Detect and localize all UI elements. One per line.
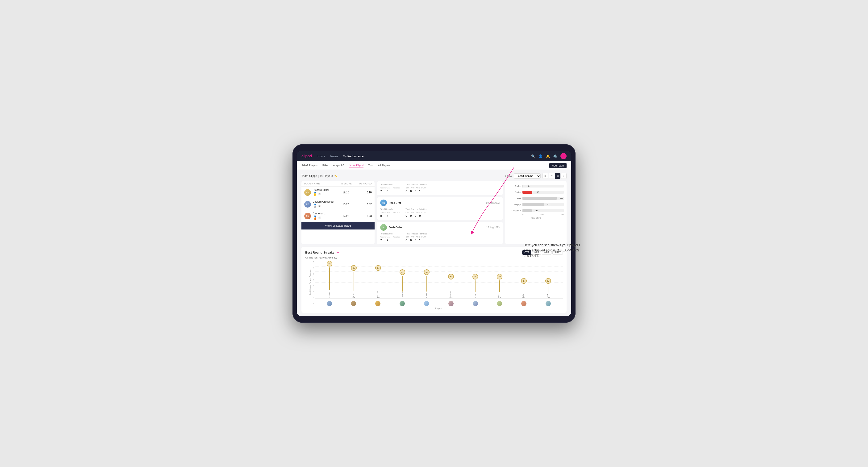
player-avatar: EC [304, 201, 311, 208]
nav-home[interactable]: Home [317, 154, 325, 158]
grid-view-button[interactable]: ⊞ [542, 173, 548, 179]
player-avatar-mcharg [351, 301, 356, 306]
nav-teams[interactable]: Teams [330, 154, 338, 158]
col-player-name: PLAYER NAME [304, 183, 336, 185]
pb-score: 19/20 [336, 191, 355, 194]
list-view-button[interactable]: ☰ [549, 173, 554, 179]
x-label: 0 [522, 214, 523, 216]
player-badge: 🥉 3 [313, 215, 326, 220]
subnav-pgat[interactable]: PGAT Players [302, 164, 318, 167]
edit-icon[interactable]: ✏️ [334, 175, 338, 178]
player-info: EC Edward Crossman 🥈 2 [304, 200, 336, 208]
nav-links: Home Teams My Performance [317, 154, 364, 158]
player-name-label: R. Britt [426, 292, 427, 299]
player-badge: 🥇 1 [313, 192, 329, 196]
streak-line [548, 285, 549, 292]
logo: clippd [302, 154, 312, 158]
leaderboard-header: PLAYER NAME PB SCORE PB AVG SQ [302, 181, 375, 187]
bar-row-bogeys: Bogeys 311 [508, 203, 564, 207]
player-name-label: M. Mailer [498, 293, 501, 299]
bar-label: Birdies [508, 191, 521, 193]
streak-bubble: 3x [521, 278, 527, 284]
bar-fill: 131 [522, 209, 532, 212]
streak-col: 3x C. Quick [548, 261, 549, 299]
bar-value: 96 [536, 191, 539, 193]
bar-track: 3 [522, 185, 564, 187]
badge-number: 3 [318, 217, 321, 219]
streak-line [353, 272, 354, 290]
player-name-label: C. Quick [547, 293, 550, 299]
player-cards-panel: Total Rounds TournamentPractice 7 6 [377, 181, 503, 244]
streak-bubble: 5x [400, 269, 405, 275]
y-tick: 1 [313, 297, 314, 299]
leaderboard-row: RB Richard Butler 🥇 1 19/20 [302, 187, 375, 198]
x-axis-label: Players [315, 307, 563, 309]
player-name: Cameron... [313, 212, 326, 215]
search-icon[interactable]: 🔍 [531, 154, 535, 158]
bronze-medal-icon: 🥉 [313, 215, 317, 220]
card-view-button[interactable]: ▦ [555, 173, 560, 179]
pb-avg: 107 [355, 203, 372, 206]
y-tick: 2 [313, 290, 314, 293]
arrow-pointer-icon: ← [336, 250, 340, 255]
y-tick: 7 [313, 261, 314, 263]
bar-row-dbogeys: D. Bogeys + 131 [508, 209, 564, 213]
streak-chart-area: Best Streak, Fairway Accuracy 7 6 5 4 3 [305, 261, 563, 309]
team-header: Team Clippd | 14 Players ✏️ Show Last 3 … [302, 173, 566, 179]
settings-icon[interactable]: ⚙️ [553, 154, 557, 158]
view-leaderboard-button[interactable]: View Full Leaderboard [302, 222, 375, 229]
player-avatar-coles [400, 301, 405, 306]
user-icon[interactable]: 👤 [538, 154, 542, 158]
player-avatar-butler [521, 301, 526, 306]
player-name-label: E. Crossman [450, 291, 453, 299]
nav-my-performance[interactable]: My Performance [343, 154, 364, 158]
team-name: Team Clippd | 14 Players [302, 174, 333, 178]
bar-track: 499 [522, 197, 564, 200]
streak-bubble: 5x [424, 269, 430, 275]
player-avatar-mailer [497, 301, 502, 306]
bar-label: D. Bogeys + [508, 210, 521, 212]
chart-drawing-area: 7x E. Ewart 6x B. McHarg [315, 261, 563, 299]
streak-col: 5x J. Coles [401, 261, 403, 299]
bell-icon[interactable]: 🔔 [546, 154, 550, 158]
silver-medal-icon: 🥈 [313, 204, 317, 208]
leaderboard-row: EC Edward Crossman 🥈 2 18/20 [302, 198, 375, 210]
streak-col: 5x R. Britt [426, 261, 427, 299]
streak-line [499, 280, 500, 292]
player-avatar-ewart [327, 301, 332, 306]
period-select[interactable]: Last 3 months Last 6 months Last 12 mont… [514, 173, 540, 179]
pb-avg: 103 [355, 214, 372, 218]
player-name-label: D. Ford [474, 293, 476, 299]
player-avatar-billingham [375, 301, 380, 306]
subnav-all-players[interactable]: All Players [378, 164, 390, 167]
player-avatar-quick [546, 301, 551, 306]
add-team-button[interactable]: Add Team [549, 163, 566, 168]
col-pb-score: PB SCORE [336, 183, 355, 185]
chart-x-axis: 0 200 400 [508, 214, 564, 216]
annotation-content: Here you can see streaks your players ha… [524, 243, 580, 257]
content-columns: PLAYER NAME PB SCORE PB AVG SQ RB Richar… [302, 181, 566, 244]
player-name-label: R. Butler [522, 293, 526, 299]
bar-label: Eagles [508, 185, 521, 187]
streak-bubble: 6x [351, 265, 356, 271]
card-player-name: Rees Britt [389, 201, 401, 204]
player-name-label: J. Coles [401, 292, 403, 299]
bar-fill: 3 [522, 185, 523, 187]
x-label: 400 [561, 214, 564, 216]
top-navigation: clippd Home Teams My Performance 🔍 👤 🔔 ⚙… [297, 151, 571, 161]
subnav-tour[interactable]: Tour [368, 164, 373, 167]
bar-chart: Eagles 3 Birdies [508, 184, 564, 213]
player-info: RB Richard Butler 🥇 1 [304, 188, 336, 196]
y-tick: 0 [313, 303, 314, 305]
player-card-josh: JC Josh Coles 26 Aug 2023 Total Rounds T… [377, 222, 503, 244]
leaderboard-panel: PLAYER NAME PB SCORE PB AVG SQ RB Richar… [302, 181, 375, 244]
y-tick: 3 [313, 285, 314, 287]
player-details: Richard Butler 🥇 1 [313, 188, 329, 196]
card-player-name: Josh Coles [389, 226, 403, 229]
subnav-hcaps[interactable]: Hcaps 1-5 [333, 164, 344, 167]
user-avatar[interactable]: U [560, 153, 566, 159]
subnav-pga[interactable]: PGA [322, 164, 328, 167]
subnav-team-clippd[interactable]: Team Clippd [349, 164, 364, 167]
chart-view-button[interactable]: ↕ [561, 173, 566, 179]
player-name: Richard Butler [313, 188, 329, 191]
